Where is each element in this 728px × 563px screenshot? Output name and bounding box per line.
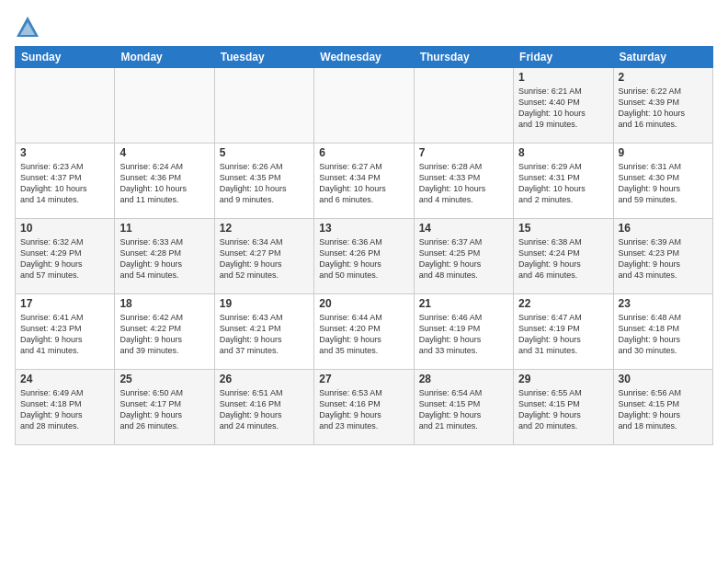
calendar-cell: 29Sunrise: 6:55 AM Sunset: 4:15 PM Dayli… [514, 370, 613, 445]
day-info: Sunrise: 6:37 AM Sunset: 4:25 PM Dayligh… [419, 236, 508, 282]
calendar-cell: 12Sunrise: 6:34 AM Sunset: 4:27 PM Dayli… [214, 219, 313, 294]
calendar-cell: 15Sunrise: 6:38 AM Sunset: 4:24 PM Dayli… [514, 219, 613, 294]
day-number: 21 [419, 297, 508, 310]
calendar-cell: 10Sunrise: 6:32 AM Sunset: 4:29 PM Dayli… [16, 219, 115, 294]
calendar-cell: 7Sunrise: 6:28 AM Sunset: 4:33 PM Daylig… [414, 144, 513, 219]
day-number: 3 [20, 146, 109, 159]
day-number: 19 [220, 297, 309, 310]
calendar-cell: 14Sunrise: 6:37 AM Sunset: 4:25 PM Dayli… [414, 219, 513, 294]
calendar-header-sunday: Sunday [16, 47, 115, 68]
day-number: 30 [619, 373, 708, 385]
day-number: 23 [619, 297, 708, 310]
day-number: 15 [518, 222, 608, 235]
day-number: 22 [518, 297, 608, 310]
day-info: Sunrise: 6:21 AM Sunset: 4:40 PM Dayligh… [518, 86, 608, 131]
calendar-cell: 6Sunrise: 6:27 AM Sunset: 4:34 PM Daylig… [314, 144, 414, 219]
day-info: Sunrise: 6:55 AM Sunset: 4:15 PM Dayligh… [518, 387, 608, 432]
day-number: 26 [220, 373, 309, 385]
day-info: Sunrise: 6:22 AM Sunset: 4:39 PM Dayligh… [619, 86, 708, 131]
day-info: Sunrise: 6:23 AM Sunset: 4:37 PM Dayligh… [20, 161, 109, 206]
day-number: 24 [20, 373, 109, 385]
day-info: Sunrise: 6:53 AM Sunset: 4:16 PM Dayligh… [319, 387, 408, 432]
calendar-week-row: 24Sunrise: 6:49 AM Sunset: 4:18 PM Dayli… [16, 370, 713, 445]
day-info: Sunrise: 6:38 AM Sunset: 4:24 PM Dayligh… [518, 236, 608, 282]
day-info: Sunrise: 6:39 AM Sunset: 4:23 PM Dayligh… [619, 236, 708, 282]
day-number: 7 [419, 146, 508, 159]
calendar-cell: 30Sunrise: 6:56 AM Sunset: 4:15 PM Dayli… [613, 370, 712, 445]
day-info: Sunrise: 6:48 AM Sunset: 4:18 PM Dayligh… [619, 312, 708, 357]
day-info: Sunrise: 6:29 AM Sunset: 4:31 PM Dayligh… [518, 161, 608, 206]
calendar-week-row: 3Sunrise: 6:23 AM Sunset: 4:37 PM Daylig… [16, 144, 713, 219]
day-number: 12 [220, 222, 309, 235]
day-number: 13 [319, 222, 408, 235]
calendar-cell: 4Sunrise: 6:24 AM Sunset: 4:36 PM Daylig… [115, 144, 214, 219]
calendar-cell: 11Sunrise: 6:33 AM Sunset: 4:28 PM Dayli… [115, 219, 214, 294]
day-info: Sunrise: 6:26 AM Sunset: 4:35 PM Dayligh… [220, 161, 309, 206]
calendar-cell [16, 68, 115, 144]
calendar-cell [115, 68, 214, 144]
calendar-header-wednesday: Wednesday [314, 47, 414, 68]
calendar-cell [314, 68, 414, 144]
day-info: Sunrise: 6:33 AM Sunset: 4:28 PM Dayligh… [119, 236, 209, 282]
day-info: Sunrise: 6:54 AM Sunset: 4:15 PM Dayligh… [419, 387, 508, 432]
calendar-week-row: 1Sunrise: 6:21 AM Sunset: 4:40 PM Daylig… [16, 68, 713, 144]
logo [15, 15, 43, 40]
calendar-week-row: 10Sunrise: 6:32 AM Sunset: 4:29 PM Dayli… [16, 219, 713, 294]
calendar-cell: 20Sunrise: 6:44 AM Sunset: 4:20 PM Dayli… [314, 294, 414, 370]
day-number: 6 [319, 146, 408, 159]
calendar-header-tuesday: Tuesday [214, 47, 313, 68]
calendar-cell: 17Sunrise: 6:41 AM Sunset: 4:23 PM Dayli… [16, 294, 115, 370]
day-number: 2 [619, 71, 708, 84]
day-number: 25 [119, 373, 209, 385]
day-info: Sunrise: 6:36 AM Sunset: 4:26 PM Dayligh… [319, 236, 408, 282]
page: SundayMondayTuesdayWednesdayThursdayFrid… [0, 0, 728, 563]
day-number: 10 [20, 222, 109, 235]
day-number: 20 [319, 297, 408, 310]
calendar-header-monday: Monday [115, 47, 214, 68]
day-number: 29 [518, 373, 608, 385]
day-info: Sunrise: 6:42 AM Sunset: 4:22 PM Dayligh… [119, 312, 209, 357]
day-info: Sunrise: 6:27 AM Sunset: 4:34 PM Dayligh… [319, 161, 408, 206]
calendar-cell: 25Sunrise: 6:50 AM Sunset: 4:17 PM Dayli… [115, 370, 214, 445]
day-info: Sunrise: 6:44 AM Sunset: 4:20 PM Dayligh… [319, 312, 408, 357]
day-number: 5 [220, 146, 309, 159]
day-number: 4 [119, 146, 209, 159]
calendar-cell: 21Sunrise: 6:46 AM Sunset: 4:19 PM Dayli… [414, 294, 513, 370]
calendar-header-friday: Friday [514, 47, 613, 68]
calendar-cell: 16Sunrise: 6:39 AM Sunset: 4:23 PM Dayli… [613, 219, 712, 294]
calendar-cell: 27Sunrise: 6:53 AM Sunset: 4:16 PM Dayli… [314, 370, 414, 445]
day-number: 8 [518, 146, 608, 159]
day-number: 16 [619, 222, 708, 235]
day-info: Sunrise: 6:49 AM Sunset: 4:18 PM Dayligh… [20, 387, 109, 432]
calendar-cell: 18Sunrise: 6:42 AM Sunset: 4:22 PM Dayli… [115, 294, 214, 370]
day-number: 27 [319, 373, 408, 385]
calendar-header-thursday: Thursday [414, 47, 513, 68]
day-info: Sunrise: 6:46 AM Sunset: 4:19 PM Dayligh… [419, 312, 508, 357]
day-info: Sunrise: 6:43 AM Sunset: 4:21 PM Dayligh… [220, 312, 309, 357]
calendar-header-row: SundayMondayTuesdayWednesdayThursdayFrid… [16, 47, 713, 68]
day-info: Sunrise: 6:51 AM Sunset: 4:16 PM Dayligh… [220, 387, 309, 432]
day-info: Sunrise: 6:24 AM Sunset: 4:36 PM Dayligh… [119, 161, 209, 206]
day-info: Sunrise: 6:41 AM Sunset: 4:23 PM Dayligh… [20, 312, 109, 357]
calendar-cell: 9Sunrise: 6:31 AM Sunset: 4:30 PM Daylig… [613, 144, 712, 219]
calendar-cell: 8Sunrise: 6:29 AM Sunset: 4:31 PM Daylig… [514, 144, 613, 219]
calendar-cell: 22Sunrise: 6:47 AM Sunset: 4:19 PM Dayli… [514, 294, 613, 370]
day-number: 18 [119, 297, 209, 310]
calendar-header-saturday: Saturday [613, 47, 712, 68]
day-number: 9 [619, 146, 708, 159]
calendar-cell: 23Sunrise: 6:48 AM Sunset: 4:18 PM Dayli… [613, 294, 712, 370]
day-info: Sunrise: 6:31 AM Sunset: 4:30 PM Dayligh… [619, 161, 708, 206]
day-info: Sunrise: 6:56 AM Sunset: 4:15 PM Dayligh… [619, 387, 708, 432]
day-number: 28 [419, 373, 508, 385]
day-info: Sunrise: 6:32 AM Sunset: 4:29 PM Dayligh… [20, 236, 109, 282]
calendar-cell: 1Sunrise: 6:21 AM Sunset: 4:40 PM Daylig… [514, 68, 613, 144]
day-number: 14 [419, 222, 508, 235]
calendar-cell [214, 68, 313, 144]
calendar-cell: 3Sunrise: 6:23 AM Sunset: 4:37 PM Daylig… [16, 144, 115, 219]
calendar-cell: 5Sunrise: 6:26 AM Sunset: 4:35 PM Daylig… [214, 144, 313, 219]
calendar-cell: 26Sunrise: 6:51 AM Sunset: 4:16 PM Dayli… [214, 370, 313, 445]
calendar-table: SundayMondayTuesdayWednesdayThursdayFrid… [15, 46, 713, 445]
day-info: Sunrise: 6:50 AM Sunset: 4:17 PM Dayligh… [119, 387, 209, 432]
calendar-week-row: 17Sunrise: 6:41 AM Sunset: 4:23 PM Dayli… [16, 294, 713, 370]
calendar-cell [414, 68, 513, 144]
